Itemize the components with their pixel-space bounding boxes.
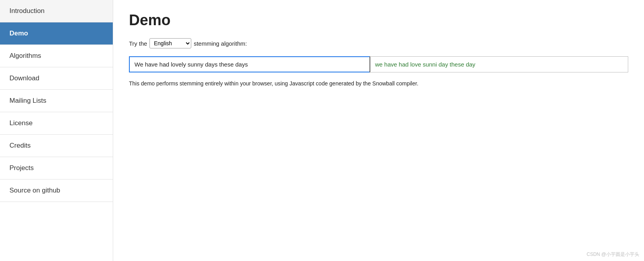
sidebar: IntroductionDemoAlgorithmsDownloadMailin… [0,0,113,261]
sidebar-item-demo[interactable]: Demo [0,22,113,45]
sidebar-item-projects[interactable]: Projects [0,157,113,180]
page-title: Demo [129,12,628,29]
stemming-label: stemming algorithm: [194,40,247,47]
sidebar-item-download[interactable]: Download [0,67,113,90]
sidebar-item-introduction[interactable]: Introduction [0,0,113,22]
watermark: CSDN @小芋圆是小芋头 [586,251,639,258]
stemming-input[interactable] [129,56,370,72]
main-content: Demo Try the EnglishFrenchGermanSpanishI… [113,0,644,261]
sidebar-item-credits[interactable]: Credits [0,135,113,157]
sidebar-item-source-on-github[interactable]: Source on github [0,180,113,202]
input-row: we have had love sunni day these day [129,56,628,72]
sidebar-item-license[interactable]: License [0,112,113,135]
sidebar-item-algorithms[interactable]: Algorithms [0,45,113,67]
stemming-output: we have had love sunni day these day [370,56,628,72]
try-row: Try the EnglishFrenchGermanSpanishItalia… [129,38,628,48]
language-select[interactable]: EnglishFrenchGermanSpanishItalianPortugu… [149,38,191,48]
description-text: This demo performs stemming entirely wit… [129,80,628,88]
try-label: Try the [129,40,147,47]
sidebar-item-mailing-lists[interactable]: Mailing Lists [0,90,113,112]
